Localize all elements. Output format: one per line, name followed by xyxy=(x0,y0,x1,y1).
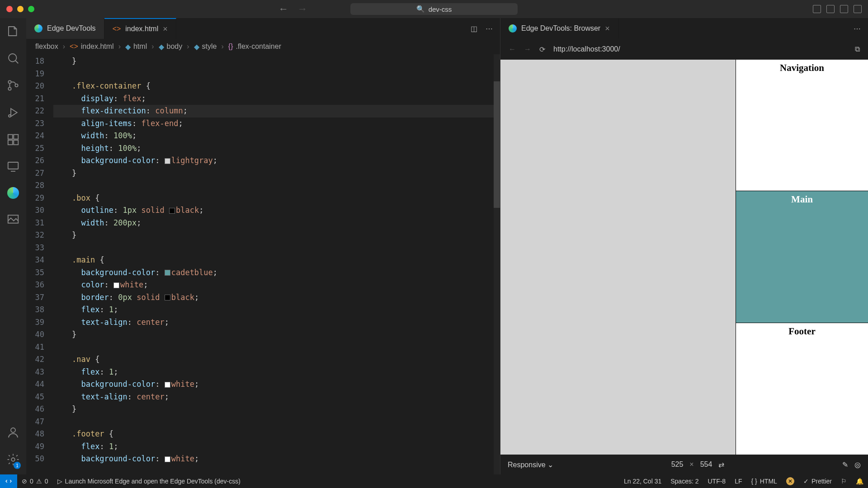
code-line[interactable] xyxy=(53,179,500,192)
rotate-icon[interactable]: ⇄ xyxy=(718,460,724,469)
inspect-icon[interactable]: ◎ xyxy=(854,460,861,469)
eol[interactable]: LF xyxy=(730,477,746,485)
image-icon[interactable] xyxy=(6,212,20,228)
code-line[interactable] xyxy=(53,416,500,428)
layout-panel-left-icon[interactable] xyxy=(813,5,821,13)
back-icon[interactable]: ← xyxy=(278,3,288,15)
remote-button[interactable] xyxy=(0,474,17,488)
account-icon[interactable] xyxy=(6,426,20,441)
code-line[interactable]: width: 100%; xyxy=(53,130,500,142)
layout-panel-right-icon[interactable] xyxy=(840,5,848,13)
close-icon[interactable]: × xyxy=(605,24,610,33)
code-line[interactable]: .main { xyxy=(53,254,500,267)
url-bar[interactable]: http://localhost:3000/ xyxy=(553,45,620,53)
code-line[interactable] xyxy=(53,242,500,254)
window-controls xyxy=(6,6,34,12)
code-line[interactable]: color: white; xyxy=(53,279,500,291)
edge-devtools-icon[interactable] xyxy=(7,187,19,201)
code-line[interactable]: } xyxy=(53,229,500,242)
code-line[interactable]: } xyxy=(53,403,500,416)
breadcrumb-item[interactable]: flexbox xyxy=(35,42,58,51)
minimap[interactable] xyxy=(494,54,500,474)
prettier-label[interactable]: ✓Prettier xyxy=(799,477,836,485)
code-line[interactable]: } xyxy=(53,55,500,68)
open-external-icon[interactable]: ⧉ xyxy=(855,45,860,53)
code-content[interactable]: } .flex-container { display: flex; flex-… xyxy=(53,54,500,474)
viewport-toolbar: Responsive ⌄ 525 × 554 ⇄ ✎ ◎ xyxy=(500,455,868,474)
minimize-window[interactable] xyxy=(17,6,24,12)
remote-icon[interactable] xyxy=(6,160,20,175)
code-line[interactable]: .box { xyxy=(53,192,500,205)
explorer-icon[interactable] xyxy=(6,24,20,40)
split-editor-icon[interactable]: ◫ xyxy=(471,24,477,33)
source-control-icon[interactable] xyxy=(6,79,20,94)
forward-icon[interactable]: → xyxy=(297,3,307,15)
code-line[interactable]: flex: 1; xyxy=(53,304,500,316)
feedback-icon[interactable]: ⚐ xyxy=(836,477,851,485)
tab-index-html[interactable]: <> index.html × xyxy=(104,18,176,39)
code-line[interactable] xyxy=(53,341,500,354)
settings-icon[interactable]: 1 xyxy=(6,453,20,468)
code-line[interactable]: background-color: white; xyxy=(53,453,500,465)
code-line[interactable]: background-color: lightgray; xyxy=(53,155,500,167)
browser-reload-icon[interactable]: ⟳ xyxy=(539,45,545,54)
indentation[interactable]: Spaces: 2 xyxy=(666,477,703,485)
code-line[interactable]: height: 100%; xyxy=(53,142,500,155)
browser-forward-icon[interactable]: → xyxy=(524,45,531,53)
close-window[interactable] xyxy=(6,6,13,12)
code-line[interactable]: flex: 1; xyxy=(53,366,500,379)
breadcrumb-item[interactable]: {}.flex-container xyxy=(228,42,281,51)
breadcrumb-item[interactable]: ◆body xyxy=(159,42,183,51)
titlebar: ← → 🔍 dev-css xyxy=(0,0,868,18)
code-line[interactable] xyxy=(53,68,500,80)
code-line[interactable]: text-align: center; xyxy=(53,391,500,404)
code-line[interactable]: align-items: flex-end; xyxy=(53,117,500,130)
code-line[interactable]: .flex-container { xyxy=(53,80,500,93)
code-line[interactable]: .footer { xyxy=(53,428,500,441)
code-line[interactable]: display: flex; xyxy=(53,93,500,105)
code-line[interactable]: } xyxy=(53,328,500,341)
viewport-width[interactable]: 525 xyxy=(671,460,684,469)
editor-body[interactable]: 1819202122232425262728293031323334353637… xyxy=(26,54,500,474)
viewport-height[interactable]: 554 xyxy=(700,460,712,469)
more-icon[interactable]: ⋯ xyxy=(486,24,493,33)
tab-devtools-browser[interactable]: Edge DevTools: Browser × xyxy=(500,18,618,39)
code-line[interactable]: border: 0px solid black; xyxy=(53,291,500,304)
browser-back-icon[interactable]: ← xyxy=(509,45,516,53)
maximize-window[interactable] xyxy=(28,6,34,12)
layout-grid-icon[interactable] xyxy=(854,5,862,13)
device-dropdown[interactable]: Responsive ⌄ xyxy=(508,460,553,469)
problems-button[interactable]: ⊘0 ⚠0 xyxy=(17,478,53,485)
code-line[interactable]: flex: 1; xyxy=(53,441,500,453)
warning-icon: ⚠ xyxy=(36,478,42,485)
breadcrumbs[interactable]: flexbox› <>index.html› ◆html› ◆body› ◆st… xyxy=(26,39,500,54)
layout-panel-bottom-icon[interactable] xyxy=(826,5,835,13)
extensions-icon[interactable] xyxy=(6,133,20,148)
tab-edge-devtools[interactable]: Edge DevTools xyxy=(26,18,104,39)
breadcrumb-item[interactable]: <>index.html xyxy=(70,42,114,51)
magic-icon[interactable]: ✎ xyxy=(842,460,848,469)
code-line[interactable]: } xyxy=(53,167,500,180)
code-line[interactable]: text-align: center; xyxy=(53,316,500,329)
encoding[interactable]: UTF-8 xyxy=(703,477,730,485)
close-icon[interactable]: × xyxy=(163,24,168,34)
breadcrumb-item[interactable]: ◆style xyxy=(194,42,217,51)
code-line[interactable]: flex-direction: column; xyxy=(53,105,500,117)
launch-devtools-button[interactable]: ▷ Launch Microsoft Edge and open the Edg… xyxy=(53,478,245,485)
notifications-icon[interactable]: 🔔 xyxy=(851,477,868,485)
language-mode[interactable]: { }HTML xyxy=(747,477,782,485)
code-line[interactable]: background-color: white; xyxy=(53,378,500,391)
code-line[interactable]: outline: 1px solid black; xyxy=(53,204,500,217)
breadcrumb-item[interactable]: ◆html xyxy=(125,42,147,51)
search-icon[interactable] xyxy=(6,52,20,67)
code-line[interactable]: background-color: cadetblue; xyxy=(53,267,500,279)
command-center[interactable]: 🔍 dev-css xyxy=(350,3,518,15)
cursor-position[interactable]: Ln 22, Col 31 xyxy=(619,477,666,485)
tab-label: Edge DevTools xyxy=(47,24,96,33)
debug-icon[interactable] xyxy=(6,106,20,121)
minimap-thumb[interactable] xyxy=(494,81,500,208)
prettier-status[interactable]: ✕ xyxy=(782,477,799,485)
more-icon[interactable]: ⋯ xyxy=(854,24,861,33)
code-line[interactable]: width: 200px; xyxy=(53,217,500,230)
code-line[interactable]: .nav { xyxy=(53,353,500,366)
